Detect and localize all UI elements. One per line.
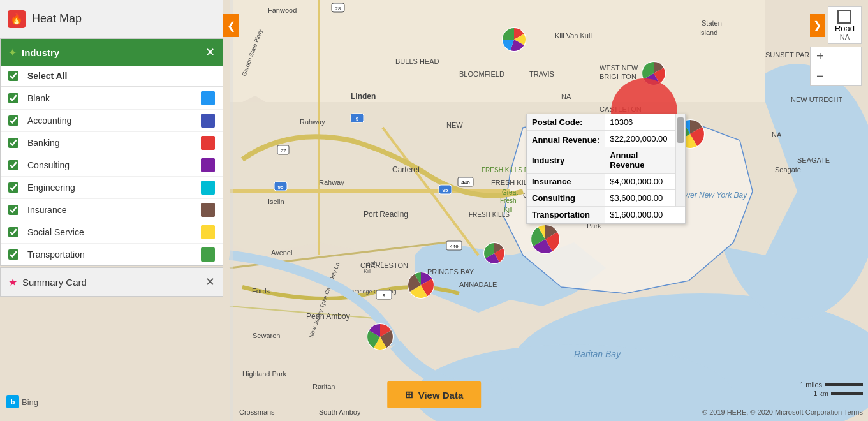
svg-text:WEST NEW: WEST NEW — [600, 64, 638, 71]
road-view-button[interactable]: Road NA — [828, 6, 862, 44]
summary-star-icon: ★ — [8, 276, 17, 288]
svg-text:Iselin: Iselin — [268, 198, 284, 205]
select-all-label: Select All — [27, 71, 68, 81]
svg-text:Fresh: Fresh — [500, 197, 517, 204]
svg-text:BULLS HEAD: BULLS HEAD — [395, 57, 439, 65]
svg-text:440: 440 — [461, 180, 470, 186]
svg-text:Port Reading: Port Reading — [364, 210, 408, 219]
summary-title: Summary Card — [22, 277, 205, 288]
industry-checkbox-blank[interactable] — [8, 93, 18, 103]
industry-close-button[interactable]: ✕ — [205, 47, 215, 58]
tooltip-row-insurance: Insurance $4,000,000.00 — [527, 174, 685, 190]
scale-km-label: 1 km — [813, 390, 828, 397]
svg-text:Sewaren: Sewaren — [253, 332, 280, 339]
industry-checkbox-transportation[interactable] — [8, 249, 18, 260]
industry-color-swatch-blank — [201, 91, 215, 105]
view-data-icon: ⊞ — [405, 389, 413, 401]
top-right-controls: ❯ Road NA + − — [810, 6, 862, 86]
svg-text:Lower New York Bay: Lower New York Bay — [676, 191, 747, 200]
svg-text:FRESH KILLS: FRESH KILLS — [469, 211, 510, 218]
tooltip-revenue-transportation: $1,600,000.00 — [605, 207, 675, 223]
svg-text:Highland Park: Highland Park — [242, 370, 287, 378]
svg-text:BRIGHTON: BRIGHTON — [600, 73, 636, 80]
summary-header: ★ Summary Card ✕ — [1, 268, 223, 296]
industry-color-swatch-accounting — [201, 114, 215, 128]
svg-text:Avenel: Avenel — [271, 249, 292, 256]
industry-row: Transportation — [1, 244, 223, 265]
industry-row: Social Service — [1, 221, 223, 244]
tooltip-postal-value: 10306 — [605, 114, 675, 131]
svg-text:Rahway: Rahway — [319, 179, 344, 186]
svg-text:ANNADALE: ANNADALE — [459, 281, 497, 288]
svg-text:440: 440 — [450, 244, 459, 249]
svg-text:Seagate: Seagate — [775, 166, 801, 174]
summary-card: ★ Summary Card ✕ — [0, 267, 223, 297]
view-data-label: View Data — [418, 390, 464, 401]
nav-right-button[interactable]: ❯ — [810, 14, 825, 37]
bing-icon: b — [6, 395, 19, 408]
industry-label-social-service: Social Service — [27, 227, 201, 237]
tooltip-revenue-consulting: $3,600,000.00 — [605, 190, 675, 207]
tooltip-revenue-label: Annual Revenue: — [527, 131, 605, 147]
tooltip-table: Postal Code: 10306 Annual Revenue: $22,2… — [527, 114, 685, 223]
tooltip-industry-consulting: Consulting — [527, 190, 605, 207]
svg-text:28: 28 — [335, 6, 341, 11]
collapse-panel-button[interactable]: ❮ — [223, 14, 239, 37]
industry-color-swatch-banking — [201, 136, 215, 150]
svg-text:TRAVIS: TRAVIS — [529, 70, 554, 78]
industry-label-transportation: Transportation — [27, 249, 201, 260]
industry-color-swatch-engineering — [201, 181, 215, 195]
tooltip-row-transportation: Transportation $1,600,000.00 — [527, 207, 685, 223]
svg-text:27: 27 — [281, 148, 286, 154]
scale-bar: 1 miles 1 km — [800, 381, 863, 399]
industry-checkbox-engineering[interactable] — [8, 182, 18, 193]
svg-text:Fanwood: Fanwood — [268, 6, 297, 14]
svg-text:Linden: Linden — [351, 92, 376, 101]
industry-title: Industry — [22, 47, 205, 58]
industry-label-engineering: Engineering — [27, 182, 201, 193]
select-all-checkbox[interactable] — [8, 71, 18, 81]
tooltip-revenue-value: $22,200,000.00 — [605, 131, 675, 147]
svg-text:Great: Great — [502, 189, 518, 196]
svg-text:NEW: NEW — [446, 121, 463, 129]
svg-text:SUNSET PARK: SUNSET PARK — [765, 51, 814, 59]
svg-text:9: 9 — [383, 293, 386, 299]
industry-checkbox-consulting[interactable] — [8, 160, 18, 170]
industry-star-icon: ✦ — [8, 47, 17, 59]
industry-items-container: BlankAccountingBankingConsultingEngineer… — [1, 87, 223, 265]
svg-text:Raritan: Raritan — [313, 383, 335, 390]
tooltip-row-consulting: Consulting $3,600,000.00 — [527, 190, 685, 207]
industry-checkbox-banking[interactable] — [8, 138, 18, 148]
copyright: © 2019 HERE, © 2020 Microsoft Corporatio… — [702, 408, 863, 416]
svg-text:South Amboy: South Amboy — [319, 408, 361, 416]
tooltip-industry-insurance: Insurance — [527, 174, 605, 190]
industry-checkbox-accounting[interactable] — [8, 115, 18, 126]
industry-label-blank: Blank — [27, 93, 201, 103]
industry-label-accounting: Accounting — [27, 115, 201, 126]
industry-panel: ✦ Industry ✕ Select All BlankAccountingB… — [0, 38, 223, 266]
svg-rect-85 — [230, 0, 233, 421]
road-view-icon — [837, 10, 851, 24]
tooltip-revenue-insurance: $4,000,000.00 — [605, 174, 675, 190]
zoom-in-button[interactable]: + — [811, 47, 830, 66]
road-view-sublabel: NA — [840, 33, 850, 41]
industry-row: Blank — [1, 87, 223, 110]
tooltip-industry-transportation: Transportation — [527, 207, 605, 223]
svg-text:Kill: Kill — [364, 268, 371, 274]
industry-row: Consulting — [1, 154, 223, 177]
road-view-label: Road — [835, 24, 855, 33]
industry-row: Insurance — [1, 199, 223, 221]
summary-close-button[interactable]: ✕ — [205, 275, 215, 289]
svg-text:95: 95 — [443, 188, 448, 193]
tooltip-postal-label: Postal Code: — [527, 114, 605, 131]
industry-checkbox-insurance[interactable] — [8, 205, 18, 215]
industry-label-insurance: Insurance — [27, 205, 201, 215]
select-all-row: Select All — [1, 66, 223, 87]
view-data-button[interactable]: ⊞ View Data — [387, 381, 482, 408]
zoom-out-button[interactable]: − — [811, 66, 830, 85]
svg-text:NA: NA — [561, 92, 571, 100]
left-panel: 🔥 Heat Map ✦ Industry ✕ Select All Blank… — [0, 0, 223, 297]
industry-color-swatch-transportation — [201, 247, 215, 262]
industry-checkbox-social-service[interactable] — [8, 227, 18, 237]
heatmap-title: Heat Map — [32, 12, 216, 26]
